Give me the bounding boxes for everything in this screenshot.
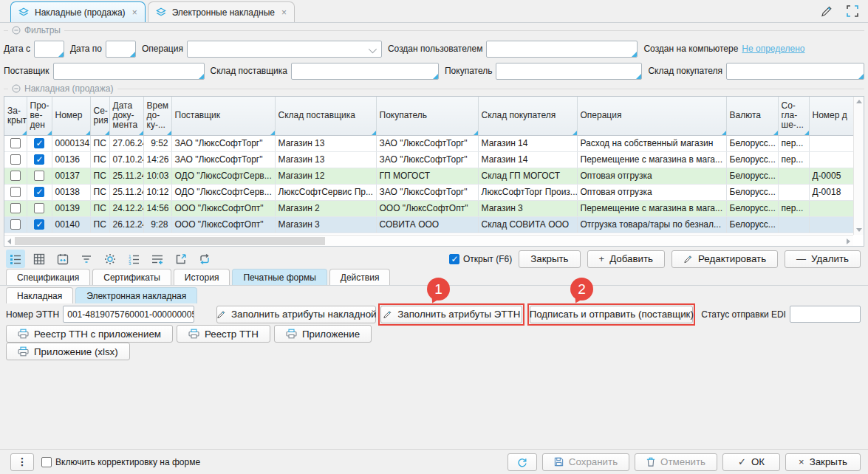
closed-checkbox[interactable] (10, 138, 21, 148)
more-options-button[interactable]: ⋮ (10, 453, 34, 471)
fill-ettn-attributes-button[interactable]: Заполнить атрибуты ЭТТН (380, 306, 522, 323)
close-form-button[interactable]: × Закрыть (785, 453, 861, 471)
buyer-warehouse-input[interactable] (726, 63, 864, 80)
collapse-filters-icon[interactable] (12, 26, 21, 35)
ok-button[interactable]: ✓ ОК (722, 453, 780, 471)
registry-button[interactable]: Реестр ТТН (177, 325, 270, 343)
col-closed[interactable]: За- крыт (4, 97, 27, 135)
table-row[interactable]: 00139 ПС 24.12.24 14:56 ООО "ЛюксСофтОпт… (4, 200, 853, 216)
col-doc-time[interactable]: Врем до- ку-... (143, 97, 171, 135)
supplier-filter-input[interactable] (53, 63, 205, 80)
col-supplier[interactable]: Поставщик (171, 97, 275, 135)
closed-checkbox[interactable] (10, 187, 21, 197)
adjustment-checkbox[interactable] (41, 457, 52, 467)
created-by-input[interactable] (486, 41, 638, 58)
closed-checkbox[interactable] (10, 219, 21, 230)
cell-buyer-warehouse: Магазин 14 (478, 151, 577, 168)
tab-invoices-sale[interactable]: Накладные (продажа) × (10, 1, 146, 22)
table-row[interactable]: 00140 ПС 26.12.24 9:28 ООО "ЛюксСофтОпт"… (4, 216, 853, 233)
cell-date: 27.06.24 (109, 135, 143, 151)
collapse-grid-icon[interactable] (12, 84, 21, 93)
date-from-input[interactable] (34, 41, 64, 58)
subtab-invoice[interactable]: Накладная (6, 287, 73, 303)
plus-icon: + (599, 253, 605, 264)
col-posted[interactable]: Про- ве- ден (27, 97, 52, 135)
cell-series: ПС (90, 184, 109, 200)
horizontal-scrollbar[interactable] (4, 235, 853, 246)
ettn-number-input[interactable]: 001-4819075760001-0000000054 (63, 306, 194, 323)
add-row-icon[interactable] (148, 250, 167, 268)
closed-checkbox[interactable] (10, 203, 21, 213)
col-series[interactable]: Се- рия (90, 97, 109, 135)
open-external-icon[interactable] (171, 250, 191, 268)
save-button[interactable]: Сохранить (542, 453, 629, 471)
invoices-grid-group: Накладная (продажа) За- крыт Про- ве- де… (4, 83, 864, 247)
subtab-electronic-invoice[interactable]: Электронная накладная (75, 287, 197, 303)
col-supplier-warehouse[interactable]: Склад поставщика (275, 97, 376, 135)
open-checkbox-group[interactable]: Открыт (F6) (449, 254, 512, 264)
cell-date: 25.11.24 (109, 184, 143, 200)
grid-view-icon[interactable] (30, 250, 49, 268)
numbered-list-icon[interactable]: 123 (124, 250, 143, 268)
posted-checkbox[interactable] (34, 154, 44, 165)
calendar-view-icon[interactable] (53, 250, 72, 268)
filters-group: Фильтры Дата с Дата по Операция Создан п… (4, 24, 864, 82)
add-invoice-button[interactable]: +Добавить (587, 250, 666, 268)
col-doc-number[interactable]: Номер д (809, 97, 853, 135)
supplier-warehouse-input[interactable] (291, 63, 439, 80)
created-on-computer-link[interactable]: Не определено (742, 44, 804, 54)
settings-gear-icon[interactable] (100, 250, 120, 268)
col-buyer[interactable]: Покупатель (376, 97, 478, 135)
vertical-scrollbar[interactable] (853, 97, 864, 235)
close-tab-icon[interactable]: × (132, 7, 137, 18)
appendix-button[interactable]: Приложение (274, 325, 372, 343)
tab-print-forms[interactable]: Печатные формы (232, 269, 327, 285)
posted-checkbox[interactable] (34, 171, 44, 181)
fill-invoice-attributes-button[interactable]: Заполнить атрибуты накладной (216, 306, 376, 323)
date-to-input[interactable] (106, 41, 136, 58)
closed-checkbox[interactable] (10, 171, 21, 181)
table-row[interactable]: 00137 ПС 25.11.24 10:03 ОДО "ЛюксСофтСер… (4, 168, 853, 184)
delete-invoice-button[interactable]: —Удалить (785, 250, 861, 268)
posted-checkbox[interactable] (34, 203, 44, 213)
table-row[interactable]: 00138 ПС 25.11.24 10:12 ОДО "ЛюксСофтСер… (4, 184, 853, 200)
cancel-button[interactable]: Отменить (635, 453, 717, 471)
col-agreement[interactable]: Со- гла- ше-... (778, 97, 809, 135)
col-operation[interactable]: Операция (577, 97, 726, 135)
tab-electronic-invoices[interactable]: Электронные накладные × (148, 1, 295, 22)
appendix-xlsx-button[interactable]: Приложение (xlsx) (6, 343, 130, 360)
open-checkbox[interactable] (449, 254, 459, 264)
buyer-filter-input[interactable] (496, 63, 642, 80)
posted-checkbox[interactable] (34, 187, 44, 197)
table-row[interactable]: 00136 ПС 07.10.24 14:26 ЗАО "ЛюксСофтТор… (4, 151, 853, 168)
closed-checkbox[interactable] (10, 154, 21, 165)
col-number[interactable]: Номер (52, 97, 90, 135)
operation-select[interactable] (187, 41, 382, 58)
cell-series: ПС (90, 168, 109, 184)
scrollbar-thumb[interactable] (15, 237, 325, 245)
fullscreen-icon[interactable] (846, 4, 859, 18)
posted-checkbox[interactable] (34, 219, 44, 230)
filter-icon[interactable] (77, 250, 96, 268)
posted-checkbox[interactable] (34, 138, 44, 148)
tab-label: Накладные (продажа) (35, 7, 126, 18)
close-invoice-button[interactable]: Закрыть (519, 250, 580, 268)
tab-history[interactable]: История (174, 269, 230, 285)
edit-icon[interactable] (820, 4, 834, 18)
sign-and-send-button[interactable]: Подписать и отправить (поставщик) (530, 306, 693, 323)
table-row[interactable]: 0000134 ПС 27.06.24 9:52 ЗАО "ЛюксСофтТо… (4, 135, 853, 151)
tab-actions[interactable]: Действия (329, 269, 391, 285)
adjustment-checkbox-group[interactable]: Включить корректировку на форме (41, 457, 200, 467)
col-currency[interactable]: Валюта (726, 97, 778, 135)
col-doc-date[interactable]: Дата доку- мента (109, 97, 143, 135)
tab-certificates[interactable]: Сертификаты (92, 269, 171, 285)
tab-specification[interactable]: Спецификация (6, 269, 90, 285)
edi-status-input[interactable] (790, 306, 861, 323)
close-tab-icon[interactable]: × (281, 7, 287, 18)
registry-with-appendix-button[interactable]: Реестр ТТН с приложением (6, 325, 173, 343)
row-view-icon[interactable] (6, 250, 25, 268)
edit-invoice-button[interactable]: Редактировать (671, 250, 778, 268)
col-buyer-warehouse[interactable]: Склад покупателя (478, 97, 577, 135)
reload-icon[interactable] (195, 250, 214, 268)
refresh-button[interactable] (508, 453, 537, 471)
